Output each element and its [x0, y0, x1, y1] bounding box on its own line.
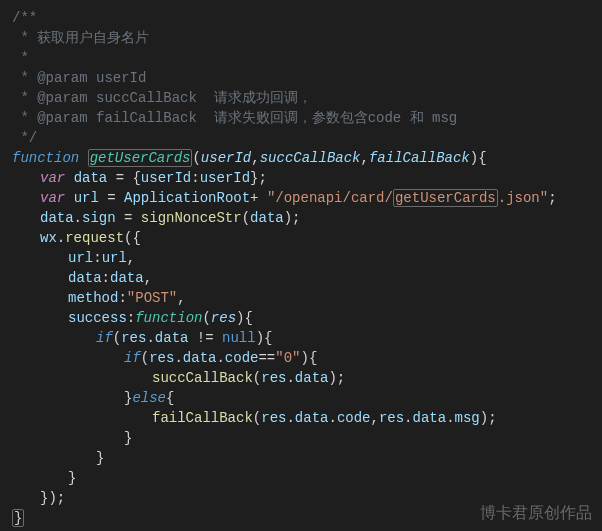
- succ-call-line: succCallBack(res.data);: [12, 368, 590, 388]
- method-prop-line: method:"POST",: [12, 288, 590, 308]
- comment-line: * 获取用户自身名片: [12, 28, 590, 48]
- watermark-text: 博卡君原创作品: [480, 503, 592, 523]
- if-code-line: if(res.data.code=="0"){: [12, 348, 590, 368]
- close-brace: }: [12, 468, 590, 488]
- success-prop-line: success:function(res){: [12, 308, 590, 328]
- comment-close: */: [12, 128, 590, 148]
- comment-line: * @param succCallBack 请求成功回调，: [12, 88, 590, 108]
- else-line: }else{: [12, 388, 590, 408]
- if-null-line: if(res.data != null){: [12, 328, 590, 348]
- data-prop-line: data:data,: [12, 268, 590, 288]
- code-editor[interactable]: /** * 获取用户自身名片 * * @param userId * @para…: [12, 8, 590, 528]
- data-sign-line: data.sign = signNonceStr(data);: [12, 208, 590, 228]
- close-brace: }: [12, 448, 590, 468]
- var-data-line: var data = {userId:userId};: [12, 168, 590, 188]
- comment-line: *: [12, 48, 590, 68]
- comment-line: * @param failCallBack 请求失败回调，参数包含code 和 …: [12, 108, 590, 128]
- wx-request-line: wx.request({: [12, 228, 590, 248]
- url-prop-line: url:url,: [12, 248, 590, 268]
- comment-line: * @param userId: [12, 68, 590, 88]
- close-brace: }: [12, 428, 590, 448]
- url-segment-highlight: getUserCards: [393, 189, 498, 207]
- fail-call-line: failCallBack(res.data.code,res.data.msg)…: [12, 408, 590, 428]
- var-url-line: var url = ApplicationRoot+ "/openapi/car…: [12, 188, 590, 208]
- comment-open: /**: [12, 8, 590, 28]
- function-signature: function getUserCards(userId,succCallBac…: [12, 148, 590, 168]
- function-name-highlight: getUserCards: [88, 149, 193, 167]
